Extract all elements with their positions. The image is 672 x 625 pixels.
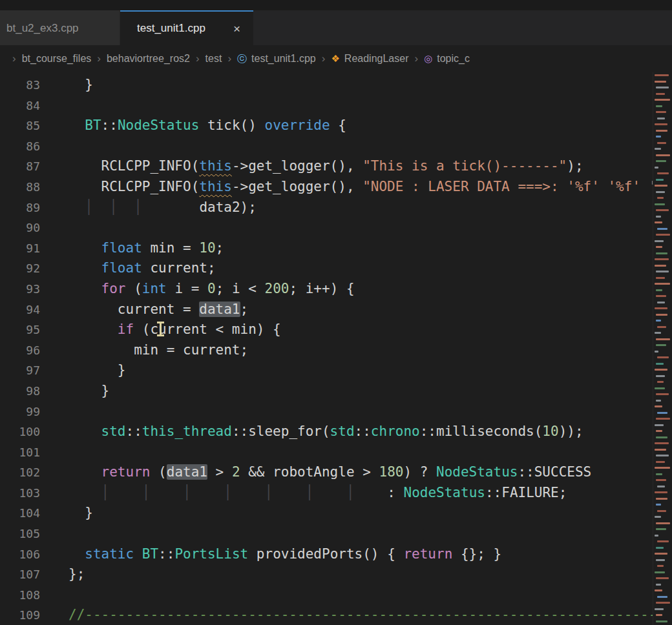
minimap-line bbox=[657, 540, 669, 542]
breadcrumb-item-readinglaser[interactable]: ❖ReadingLaser bbox=[331, 53, 408, 65]
code-text: }; bbox=[68, 564, 85, 585]
code-line[interactable]: 91 float min = 10; bbox=[0, 238, 653, 259]
code-line[interactable]: 86 bbox=[0, 136, 653, 157]
minimap-line bbox=[656, 559, 665, 561]
code-line[interactable]: 98 } bbox=[0, 381, 653, 402]
code-text: } bbox=[68, 75, 93, 96]
minimap-line bbox=[655, 240, 664, 242]
close-icon[interactable]: × bbox=[231, 21, 243, 36]
minimap-line bbox=[655, 74, 669, 76]
symbol-icon: ◎ bbox=[424, 53, 432, 65]
code-text: float current; bbox=[68, 258, 216, 279]
code-line[interactable]: 90 bbox=[0, 218, 653, 238]
code-line[interactable]: 95 if (current < min) { bbox=[0, 320, 653, 340]
line-number: 102 bbox=[0, 462, 40, 483]
code-line[interactable]: 108 bbox=[0, 585, 653, 606]
minimap-line bbox=[656, 216, 661, 218]
line-number: 93 bbox=[0, 279, 40, 300]
code-text: BT::NodeStatus tick() override { bbox=[68, 116, 346, 136]
breadcrumb-label: bt_course_files bbox=[22, 53, 92, 65]
code-line[interactable]: 84 bbox=[0, 96, 653, 116]
code-text: if (current < min) { bbox=[68, 320, 281, 340]
code-line[interactable]: 104 } bbox=[0, 503, 653, 524]
code-line[interactable]: 109//-----------------------------------… bbox=[0, 605, 653, 625]
line-number: 86 bbox=[0, 136, 40, 157]
minimap-line bbox=[656, 418, 670, 420]
minimap-line bbox=[657, 486, 665, 487]
breadcrumb-item-test-unit1-cpp[interactable]: ⓒtest_unit1.cpp bbox=[237, 53, 316, 65]
minimap-line bbox=[657, 356, 669, 358]
minimap-line bbox=[655, 203, 665, 205]
text-select-cursor-icon bbox=[160, 323, 162, 335]
minimap-line bbox=[656, 160, 666, 162]
line-number: 99 bbox=[0, 402, 40, 422]
code-line[interactable]: 94 current = data1; bbox=[0, 300, 653, 320]
code-line[interactable]: 87 RCLCPP_INFO(this->get_logger(), "This… bbox=[0, 156, 653, 177]
code-line[interactable]: 93 for (int i = 0; i < 200; i++) { bbox=[0, 279, 653, 300]
minimap-line bbox=[656, 602, 670, 604]
minimap-line bbox=[656, 522, 670, 524]
minimap-line bbox=[655, 81, 666, 83]
minimap-line bbox=[656, 314, 667, 316]
code-line[interactable]: 101 bbox=[0, 442, 653, 463]
minimap-line bbox=[656, 528, 666, 530]
minimap-line bbox=[656, 179, 664, 181]
line-number: 95 bbox=[0, 320, 40, 340]
breadcrumb-item-behaviortree-ros2[interactable]: behaviortree_ros2 bbox=[107, 53, 190, 65]
code-editor[interactable]: 83 }8485 BT::NodeStatus tick() override … bbox=[0, 72, 672, 625]
tab-bt_u2_ex3-cpp[interactable]: bt_u2_ex3.cpp bbox=[0, 10, 120, 45]
tab-test_unit1-cpp[interactable]: test_unit1.cpp × bbox=[120, 10, 253, 45]
minimap-line bbox=[655, 307, 667, 309]
minimap-line bbox=[656, 87, 669, 88]
minimap-line bbox=[655, 516, 661, 518]
minimap-line bbox=[656, 455, 669, 456]
code-text: │ │ │ │ │ │ │ : NodeStatus::FAILURE; bbox=[68, 483, 567, 504]
window-top-strip bbox=[0, 0, 672, 10]
minimap-line bbox=[655, 442, 669, 444]
breadcrumb: ›bt_course_files›behaviortree_ros2›test›… bbox=[0, 45, 672, 72]
code-line[interactable]: 92 float current; bbox=[0, 258, 653, 279]
code-line[interactable]: 83 } bbox=[0, 75, 653, 96]
code-line[interactable]: 85 BT::NodeStatus tick() override { bbox=[0, 116, 653, 136]
line-number: 107 bbox=[0, 564, 40, 585]
minimap-line bbox=[655, 369, 667, 371]
minimap-line bbox=[656, 620, 667, 622]
minimap-line bbox=[656, 234, 670, 236]
breadcrumb-item-bt-course-files[interactable]: bt_course_files bbox=[22, 53, 92, 65]
code-line[interactable]: 97 } bbox=[0, 360, 653, 381]
tab-bar-empty-space bbox=[253, 10, 672, 45]
code-line[interactable]: 89 │ │ │ data2); bbox=[0, 198, 653, 218]
minimap-line bbox=[655, 351, 658, 353]
minimap-line bbox=[656, 393, 669, 395]
minimap-line bbox=[656, 614, 662, 616]
line-number: 85 bbox=[0, 116, 40, 136]
code-line[interactable]: 99 bbox=[0, 402, 653, 422]
line-number: 97 bbox=[0, 360, 40, 381]
line-number: 83 bbox=[0, 75, 40, 96]
code-line[interactable]: 96 min = current; bbox=[0, 340, 653, 361]
code-line[interactable]: 106 static BT::PortsList providedPorts()… bbox=[0, 544, 653, 565]
line-number: 108 bbox=[0, 585, 40, 606]
line-number: 103 bbox=[0, 483, 40, 504]
code-line[interactable]: 88 RCLCPP_INFO(this->get_logger(), "NODE… bbox=[0, 177, 653, 198]
line-number: 90 bbox=[0, 218, 40, 238]
breadcrumb-label: test_unit1.cpp bbox=[251, 53, 316, 65]
breadcrumb-item-topic-c[interactable]: ◎topic_c bbox=[424, 53, 470, 65]
code-text: │ │ │ data2); bbox=[68, 198, 257, 218]
code-line[interactable]: 102 return (data1 > 2 && robotAngle > 18… bbox=[0, 462, 653, 483]
minimap-line bbox=[656, 271, 669, 272]
minimap-line bbox=[655, 467, 670, 469]
minimap[interactable] bbox=[653, 72, 672, 625]
code-line[interactable]: 100 std::this_thread::sleep_for(std::chr… bbox=[0, 422, 653, 442]
minimap-line bbox=[655, 167, 658, 169]
code-line[interactable]: 107}; bbox=[0, 564, 653, 585]
line-number: 92 bbox=[0, 258, 40, 279]
code-text: for (int i = 0; i < 200; i++) { bbox=[68, 279, 355, 300]
chevron-right-icon: › bbox=[227, 52, 231, 65]
code-area[interactable]: 83 }8485 BT::NodeStatus tick() override … bbox=[0, 72, 653, 625]
code-line[interactable]: 103 │ │ │ │ │ │ │ : NodeStatus::FAILURE; bbox=[0, 483, 653, 504]
minimap-line bbox=[655, 148, 661, 150]
code-line[interactable]: 105 bbox=[0, 524, 653, 544]
breadcrumb-item-test[interactable]: test bbox=[205, 53, 222, 65]
minimap-line bbox=[656, 338, 670, 340]
